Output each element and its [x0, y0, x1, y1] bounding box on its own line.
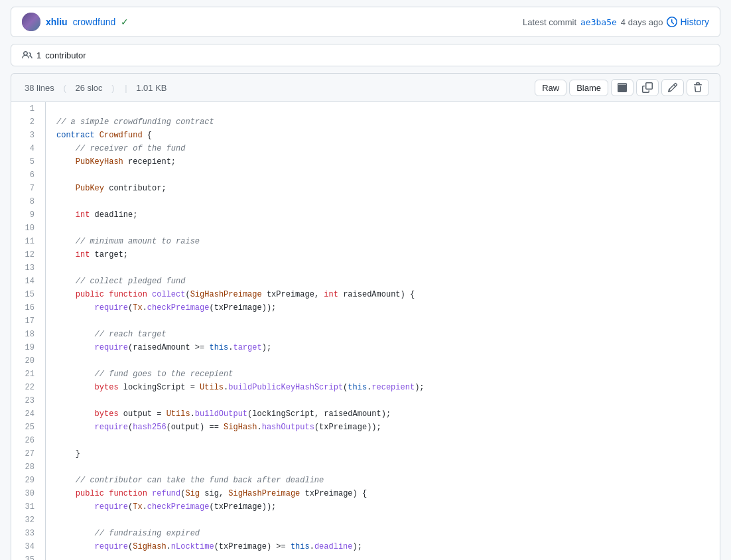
table-row: 26	[11, 434, 720, 447]
table-row: 24 bytes output = Utils.buildOutput(lock…	[11, 407, 720, 421]
line-code	[46, 354, 720, 368]
time-ago: 4 days ago	[621, 17, 663, 27]
line-code: require(Tx.checkPreimage(txPreimage));	[46, 301, 720, 315]
line-code: int target;	[46, 248, 720, 261]
line-code	[46, 514, 720, 527]
line-number: 26	[11, 434, 46, 447]
table-row: 19 require(raisedAmount >= this.target);	[11, 341, 720, 354]
line-code: require(hash256(output) == SigHash.hashO…	[46, 421, 720, 434]
symbol-view-button[interactable]	[611, 79, 633, 96]
line-number: 32	[11, 514, 46, 527]
copy-icon	[642, 82, 653, 93]
table-row: 35	[11, 553, 720, 560]
table-row: 30 public function refund(Sig sig, SigHa…	[11, 487, 720, 500]
line-code: // minimum amount to raise	[46, 235, 720, 248]
trash-icon	[693, 82, 703, 93]
line-code	[46, 553, 720, 560]
edit-icon	[667, 82, 678, 93]
separator1: (	[59, 83, 70, 93]
line-number: 33	[11, 527, 46, 540]
repo-name[interactable]: crowdfund	[73, 17, 116, 27]
line-number: 13	[11, 261, 46, 275]
line-code: require(raisedAmount >= this.target);	[46, 341, 720, 354]
edit-button[interactable]	[661, 79, 684, 96]
commit-info-left: xhliu crowdfund ✓	[22, 13, 129, 31]
line-code: require(Tx.checkPreimage(txPreimage));	[46, 500, 720, 514]
line-number: 28	[11, 460, 46, 474]
table-row: 18 // reach target	[11, 328, 720, 341]
table-row: 5 PubKeyHash recepient;	[11, 155, 720, 169]
line-number: 17	[11, 315, 46, 328]
line-code: // receiver of the fund	[46, 142, 720, 155]
raw-button[interactable]: Raw	[535, 80, 566, 96]
table-row: 16 require(Tx.checkPreimage(txPreimage))…	[11, 301, 720, 315]
line-number: 22	[11, 381, 46, 394]
line-code	[46, 261, 720, 275]
line-number: 20	[11, 354, 46, 368]
line-code: // contributor can take the fund back af…	[46, 474, 720, 487]
delete-button[interactable]	[687, 79, 709, 96]
table-row: 29 // contributor can take the fund back…	[11, 474, 720, 487]
table-row: 31 require(Tx.checkPreimage(txPreimage))…	[11, 500, 720, 514]
line-code: contract Crowdfund {	[46, 129, 720, 142]
line-code: // collect pledged fund	[46, 275, 720, 288]
commit-info-right: Latest commit ae3ba5e 4 days ago History	[523, 17, 709, 27]
table-row: 34 require(SigHash.nLocktime(txPreimage)…	[11, 540, 720, 553]
file-meta: 38 lines ( 26 sloc ) | 1.01 KB	[22, 83, 169, 93]
contributor-bar: 1 contributor	[11, 44, 720, 66]
line-code	[46, 315, 720, 328]
line-number: 3	[11, 129, 46, 142]
blame-button[interactable]: Blame	[569, 80, 608, 96]
table-row: 14 // collect pledged fund	[11, 275, 720, 288]
table-row: 25 require(hash256(output) == SigHash.ha…	[11, 421, 720, 434]
line-number: 5	[11, 155, 46, 169]
line-count: 38 lines	[22, 83, 57, 93]
line-number: 21	[11, 368, 46, 381]
line-code: bytes lockingScript = Utils.buildPublicK…	[46, 381, 720, 394]
line-code: public function collect(SigHashPreimage …	[46, 288, 720, 301]
line-code	[46, 394, 720, 407]
history-button[interactable]: History	[667, 17, 709, 27]
copy-button[interactable]	[636, 79, 659, 96]
line-number: 23	[11, 394, 46, 407]
code-table: 1 2// a simple crowdfunding contract3con…	[11, 102, 720, 560]
line-number: 2	[11, 115, 46, 129]
table-row: 13	[11, 261, 720, 275]
contributor-label: contributor	[45, 50, 86, 60]
username[interactable]: xhliu	[46, 17, 68, 27]
line-number: 11	[11, 235, 46, 248]
commit-hash[interactable]: ae3ba5e	[580, 17, 617, 27]
table-row: 4 // receiver of the fund	[11, 142, 720, 155]
line-number: 8	[11, 195, 46, 208]
table-row: 8	[11, 195, 720, 208]
line-number: 7	[11, 182, 46, 195]
table-row: 15 public function collect(SigHashPreima…	[11, 288, 720, 301]
line-code: PubKey contributor;	[46, 182, 720, 195]
top-bar: xhliu crowdfund ✓ Latest commit ae3ba5e …	[11, 7, 720, 37]
line-code	[46, 434, 720, 447]
line-code	[46, 222, 720, 235]
symbol-icon	[617, 82, 628, 93]
separator3: |	[121, 83, 131, 93]
file-viewer: 38 lines ( 26 sloc ) | 1.01 KB Raw Blame	[11, 73, 720, 560]
line-code: public function refund(Sig sig, SigHashP…	[46, 487, 720, 500]
line-code: // fundraising expired	[46, 527, 720, 540]
avatar	[22, 13, 40, 31]
line-number: 18	[11, 328, 46, 341]
file-header: 38 lines ( 26 sloc ) | 1.01 KB Raw Blame	[11, 73, 720, 102]
file-size: 1.01 KB	[133, 83, 169, 93]
sloc: 26 sloc	[72, 83, 105, 93]
line-number: 27	[11, 447, 46, 460]
table-row: 2// a simple crowdfunding contract	[11, 115, 720, 129]
table-row: 27 }	[11, 447, 720, 460]
table-row: 32	[11, 514, 720, 527]
line-number: 16	[11, 301, 46, 315]
line-code: // fund goes to the recepient	[46, 368, 720, 381]
line-code	[46, 195, 720, 208]
code-wrapper: 1 2// a simple crowdfunding contract3con…	[11, 102, 720, 560]
latest-commit-label: Latest commit	[523, 17, 576, 27]
line-number: 4	[11, 142, 46, 155]
table-row: 33 // fundraising expired	[11, 527, 720, 540]
table-row: 17	[11, 315, 720, 328]
table-row: 7 PubKey contributor;	[11, 182, 720, 195]
